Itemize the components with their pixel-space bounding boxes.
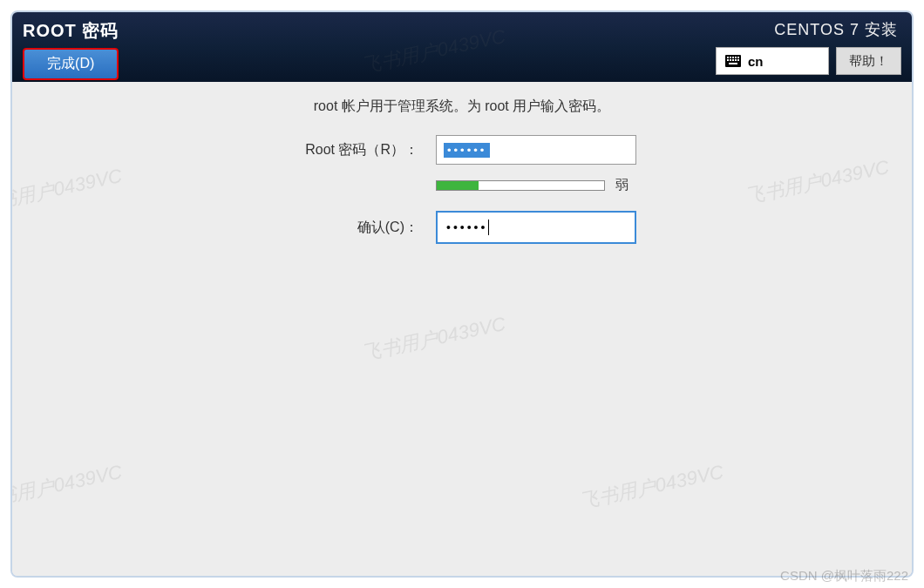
header-left: ROOT 密码 完成(D) <box>23 19 119 80</box>
keyboard-icon <box>725 55 741 67</box>
confirm-row: 确认(C)： •••••• <box>47 211 877 244</box>
form-description: root 帐户用于管理系统。为 root 用户输入密码。 <box>47 98 877 116</box>
language-selector[interactable]: cn <box>716 47 829 75</box>
root-password-input[interactable]: •••••• <box>436 135 636 165</box>
svg-rect-4 <box>735 57 737 58</box>
watermark: 飞书用户0439VC <box>578 459 726 515</box>
page-title: ROOT 密码 <box>23 19 119 43</box>
svg-rect-2 <box>730 57 731 58</box>
language-code: cn <box>748 54 764 69</box>
confirm-label: 确认(C)： <box>288 219 418 237</box>
svg-rect-7 <box>730 59 731 61</box>
svg-rect-3 <box>732 57 734 58</box>
watermark: 飞书用户0439VC <box>360 311 508 367</box>
strength-bar <box>436 180 605 191</box>
svg-rect-8 <box>732 59 734 61</box>
credit-text: CSDN @枫叶落雨222 <box>780 568 908 585</box>
strength-label: 弱 <box>615 177 636 193</box>
svg-rect-10 <box>737 59 739 61</box>
password-masked-value: •••••• <box>444 143 490 158</box>
svg-rect-1 <box>727 57 729 58</box>
main-content: root 帐户用于管理系统。为 root 用户输入密码。 Root 密码（R）：… <box>12 82 912 576</box>
svg-rect-5 <box>737 57 739 58</box>
strength-meter: 弱 <box>436 177 636 193</box>
password-row: Root 密码（R）： •••••• <box>47 135 877 165</box>
password-label: Root 密码（R）： <box>288 141 418 159</box>
text-cursor <box>488 220 489 235</box>
svg-rect-9 <box>735 59 737 61</box>
confirm-masked-value: •••••• <box>446 220 487 234</box>
header-bar: ROOT 密码 完成(D) CENTOS 7 安装 <box>12 12 912 82</box>
installer-window: ROOT 密码 完成(D) CENTOS 7 安装 <box>10 10 914 578</box>
svg-rect-6 <box>727 59 729 61</box>
header-right: CENTOS 7 安装 <box>716 19 901 75</box>
watermark: 飞书用户0439VC <box>10 459 125 515</box>
strength-fill <box>437 181 479 190</box>
strength-row: 弱 <box>47 177 877 193</box>
install-title: CENTOS 7 安装 <box>774 19 898 40</box>
help-button[interactable]: 帮助！ <box>836 47 901 75</box>
done-button[interactable]: 完成(D) <box>23 48 119 80</box>
confirm-password-input[interactable]: •••••• <box>436 211 636 244</box>
header-controls: cn 帮助！ <box>716 47 901 75</box>
svg-rect-11 <box>729 63 737 64</box>
